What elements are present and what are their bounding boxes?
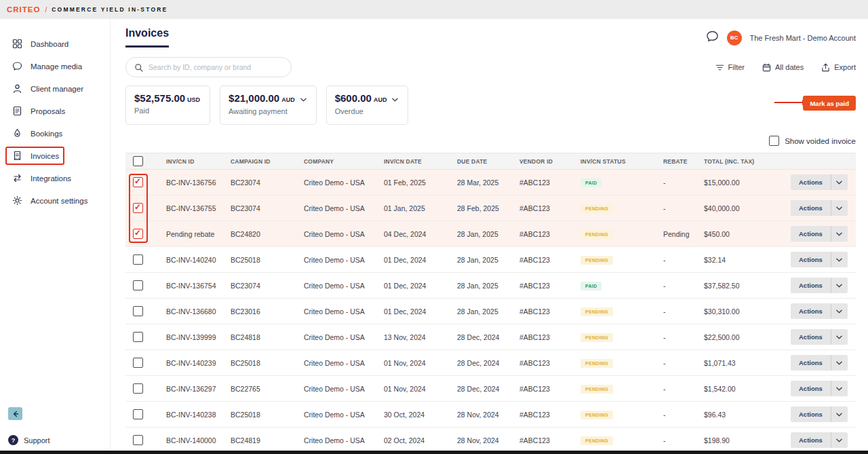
status-badge: PENDING bbox=[580, 204, 613, 213]
row-checkbox[interactable] bbox=[133, 177, 143, 187]
row-checkbox[interactable] bbox=[133, 280, 143, 290]
table-row: BC-INV-136297 BC22765 Criteo Demo - USA … bbox=[125, 376, 856, 402]
invoice-id-cell: BC-INV-140240 bbox=[158, 256, 222, 264]
column-header-total: TOTAL (INC. TAX) bbox=[696, 158, 783, 165]
vendor-id-cell: #ABC123 bbox=[511, 204, 572, 212]
vendor-id-cell: #ABC123 bbox=[511, 178, 572, 187]
due-date-cell: 28 Jan, 2025 bbox=[449, 282, 511, 290]
filter-button[interactable]: Filter bbox=[715, 63, 745, 72]
actions-button[interactable]: Actions bbox=[791, 303, 831, 319]
invoice-date-cell: 02 Oct, 2024 bbox=[376, 436, 449, 444]
logo-separator: / bbox=[45, 6, 47, 14]
card-currency: AUD bbox=[281, 96, 295, 103]
sidebar-item-bookings[interactable]: Bookings bbox=[0, 122, 110, 145]
actions-button[interactable]: Actions bbox=[791, 174, 831, 190]
support-link[interactable]: ? Support bbox=[8, 435, 50, 445]
actions-dropdown-chevron[interactable] bbox=[831, 278, 848, 293]
filter-icon bbox=[715, 63, 724, 72]
all-dates-label: All dates bbox=[775, 63, 804, 71]
row-checkbox[interactable] bbox=[133, 358, 143, 368]
campaign-id-cell: BC25018 bbox=[222, 256, 296, 264]
actions-dropdown-chevron[interactable] bbox=[831, 200, 848, 216]
sidebar-item-invoices[interactable]: Invoices bbox=[0, 145, 110, 167]
actions-dropdown-chevron[interactable] bbox=[831, 303, 848, 319]
sidebar-item-integrations[interactable]: Integrations bbox=[0, 167, 110, 189]
sidebar-item-dashboard[interactable]: Dashboard bbox=[0, 33, 110, 55]
campaign-id-cell: BC22765 bbox=[222, 385, 296, 393]
search-input[interactable] bbox=[149, 63, 283, 71]
column-header-rebate: REBATE bbox=[655, 158, 696, 165]
sidebar-item-account-settings[interactable]: Account settings bbox=[0, 189, 110, 212]
card-label: Overdue bbox=[335, 107, 399, 115]
card-currency: USD bbox=[187, 96, 200, 103]
actions-dropdown-chevron[interactable] bbox=[831, 381, 848, 396]
vendor-id-cell: #ABC123 bbox=[511, 411, 572, 419]
actions-dropdown-chevron[interactable] bbox=[831, 174, 848, 190]
actions-button[interactable]: Actions bbox=[791, 226, 831, 242]
export-button[interactable]: Export bbox=[821, 63, 856, 72]
vendor-id-cell: #ABC123 bbox=[511, 282, 572, 290]
toolbar: Filter All dates Export bbox=[125, 57, 856, 77]
status-badge: PENDING bbox=[580, 436, 613, 445]
invoice-date-cell: 01 Dec, 2024 bbox=[376, 307, 449, 316]
show-voided-checkbox[interactable] bbox=[769, 136, 779, 146]
row-checkbox[interactable] bbox=[133, 203, 143, 213]
actions-dropdown-chevron[interactable] bbox=[831, 329, 848, 345]
actions-button[interactable]: Actions bbox=[791, 406, 831, 422]
row-actions-group: Actions bbox=[791, 174, 856, 190]
campaign-id-cell: BC23074 bbox=[222, 178, 296, 187]
account-name[interactable]: The Fresh Mart - Demo Account bbox=[750, 34, 856, 42]
total-cell: $40,000.00 bbox=[696, 204, 783, 212]
actions-button[interactable]: Actions bbox=[791, 381, 831, 396]
actions-button[interactable]: Actions bbox=[791, 329, 831, 345]
invoice-table: INV/CN ID CAMPAIGN ID COMPANY INV/CN DAT… bbox=[125, 153, 856, 451]
sidebar-item-proposals[interactable]: Proposals bbox=[0, 100, 110, 122]
actions-dropdown-chevron[interactable] bbox=[831, 432, 848, 448]
total-cell: $32.14 bbox=[696, 256, 783, 264]
total-cell: $198.90 bbox=[696, 436, 783, 444]
sidebar-item-client-manager[interactable]: Client manager bbox=[0, 77, 110, 100]
campaign-id-cell: BC23016 bbox=[222, 307, 296, 316]
row-checkbox[interactable] bbox=[133, 332, 143, 342]
actions-button[interactable]: Actions bbox=[791, 432, 831, 448]
card-dropdown-chevron[interactable] bbox=[300, 92, 307, 105]
select-all-checkbox[interactable] bbox=[133, 156, 143, 166]
table-row: BC-INV-140238 BC25018 Criteo Demo - USA … bbox=[125, 402, 856, 428]
mark-as-paid-button[interactable]: Mark as paid bbox=[803, 96, 856, 111]
row-checkbox[interactable] bbox=[133, 229, 143, 239]
row-checkbox[interactable] bbox=[133, 435, 143, 445]
actions-dropdown-chevron[interactable] bbox=[831, 252, 848, 267]
sidebar: Dashboard Manage media Client manager Pr… bbox=[0, 19, 111, 451]
invoice-id-cell: BC-INV-136755 bbox=[158, 204, 222, 212]
main-content: Invoices BC The Fresh Mart - Demo Accoun… bbox=[111, 19, 868, 451]
actions-dropdown-chevron[interactable] bbox=[831, 226, 848, 242]
actions-dropdown-chevron[interactable] bbox=[831, 355, 848, 371]
column-header-due-date: DUE DATE bbox=[449, 158, 511, 165]
row-actions-group: Actions bbox=[791, 381, 856, 396]
all-dates-button[interactable]: All dates bbox=[762, 63, 804, 72]
collapse-sidebar-button[interactable] bbox=[8, 407, 22, 420]
row-actions-group: Actions bbox=[791, 329, 856, 345]
actions-dropdown-chevron[interactable] bbox=[831, 406, 848, 422]
table-row: BC-INV-140240 BC25018 Criteo Demo - USA … bbox=[125, 247, 856, 273]
actions-button[interactable]: Actions bbox=[791, 355, 831, 371]
row-checkbox[interactable] bbox=[133, 409, 143, 419]
chat-bubble-icon[interactable] bbox=[706, 30, 719, 45]
company-cell: Criteo Demo - USA bbox=[296, 411, 376, 419]
invoice-date-cell: 01 Feb, 2025 bbox=[376, 178, 449, 187]
table-row: BC-INV-140000 BC24819 Criteo Demo - USA … bbox=[125, 428, 856, 451]
row-checkbox[interactable] bbox=[133, 306, 143, 316]
card-dropdown-chevron[interactable] bbox=[392, 92, 398, 105]
sidebar-item-manage-media[interactable]: Manage media bbox=[0, 55, 110, 77]
invoice-table-body: BC-INV-136756 BC23074 Criteo Demo - USA … bbox=[125, 170, 856, 451]
row-checkbox[interactable] bbox=[133, 383, 143, 394]
card-label: Awaiting payment bbox=[229, 107, 307, 115]
actions-button[interactable]: Actions bbox=[791, 278, 831, 293]
card-amount: $21,000.00 bbox=[229, 92, 279, 104]
vendor-id-cell: #ABC123 bbox=[511, 359, 572, 367]
actions-button[interactable]: Actions bbox=[791, 200, 831, 216]
rebate-cell: Pending bbox=[655, 230, 696, 238]
actions-button[interactable]: Actions bbox=[791, 252, 831, 267]
avatar[interactable]: BC bbox=[727, 31, 742, 45]
row-checkbox[interactable] bbox=[133, 254, 143, 265]
